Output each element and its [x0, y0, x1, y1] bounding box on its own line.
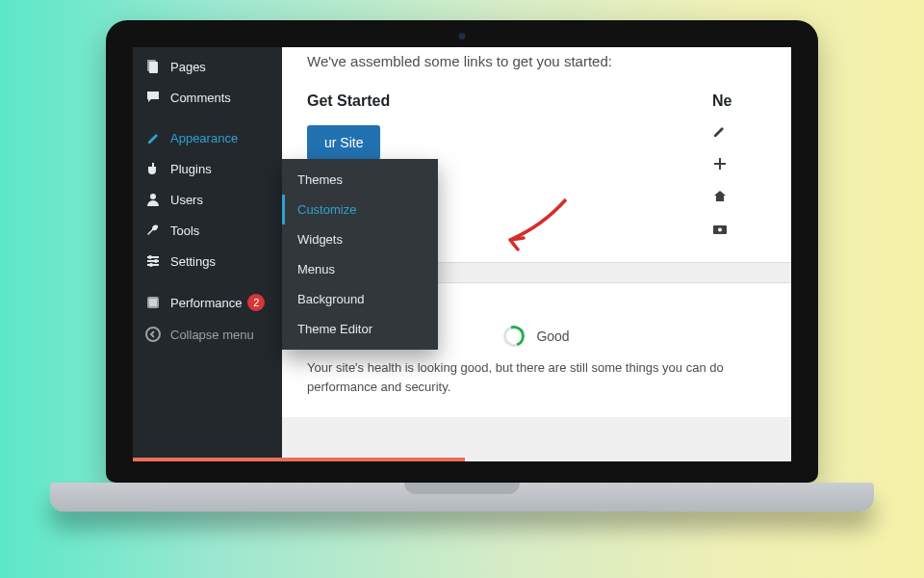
welcome-lead-text: We've assembled some links to get you st… — [307, 53, 766, 69]
laptop-base — [50, 483, 874, 512]
site-health-status-label: Good — [536, 328, 569, 344]
customize-site-button[interactable]: ur Site — [307, 125, 380, 160]
sidebar-item-label: Tools — [170, 223, 199, 238]
svg-point-8 — [149, 263, 153, 267]
bottom-accent-bar — [133, 458, 465, 461]
sidebar-item-settings[interactable]: Settings — [133, 246, 282, 276]
camera — [459, 33, 466, 39]
edit-icon[interactable] — [712, 123, 730, 141]
sidebar-item-label: Performance — [170, 296, 242, 310]
next-steps-list — [712, 123, 766, 239]
sidebar-item-label: Plugins — [170, 162, 212, 176]
tools-icon — [144, 223, 162, 238]
sidebar-item-label: Pages — [170, 60, 206, 74]
sidebar-item-label: Settings — [170, 254, 216, 269]
sidebar-item-label: Comments — [170, 91, 231, 105]
submenu-item-themes[interactable]: Themes — [282, 165, 438, 195]
appearance-submenu: Themes Customize Widgets Menus Backgroun… — [282, 159, 438, 350]
sidebar-item-appearance[interactable]: Appearance — [133, 122, 282, 153]
comments-icon — [144, 90, 162, 105]
submenu-item-customize[interactable]: Customize — [282, 195, 438, 224]
sidebar-item-label: Collapse menu — [170, 328, 254, 342]
admin-sidebar: Pages Comments Appearance — [133, 47, 282, 461]
sidebar-item-users[interactable]: Users — [133, 184, 282, 215]
svg-rect-1 — [149, 62, 158, 73]
sidebar-item-plugins[interactable]: Plugins — [133, 153, 282, 184]
sidebar-item-label: Users — [170, 193, 203, 207]
settings-icon — [144, 253, 162, 269]
svg-point-7 — [154, 259, 158, 263]
svg-point-11 — [146, 328, 160, 341]
screen-bezel: Pages Comments Appearance — [106, 20, 818, 483]
users-icon — [144, 192, 162, 207]
laptop-notch — [404, 483, 520, 494]
sidebar-item-performance[interactable]: Performance 2 — [133, 286, 282, 319]
submenu-item-background[interactable]: Background — [282, 284, 438, 314]
svg-point-13 — [718, 228, 722, 232]
view-icon[interactable] — [712, 222, 730, 239]
laptop-frame: Pages Comments Appearance — [106, 20, 818, 512]
submenu-item-theme-editor[interactable]: Theme Editor — [282, 314, 438, 344]
appearance-icon — [144, 130, 162, 145]
pages-icon — [144, 59, 162, 74]
sidebar-item-pages[interactable]: Pages — [133, 51, 282, 82]
svg-rect-10 — [149, 299, 157, 306]
screen: Pages Comments Appearance — [133, 47, 791, 461]
sidebar-item-label: Appearance — [170, 131, 238, 145]
svg-point-2 — [150, 194, 156, 199]
next-steps-heading: Ne — [712, 92, 766, 110]
sidebar-item-tools[interactable]: Tools — [133, 215, 282, 246]
get-started-heading: Get Started — [307, 92, 712, 110]
performance-badge: 2 — [247, 294, 265, 311]
home-icon[interactable] — [712, 189, 730, 206]
plugins-icon — [144, 161, 162, 176]
submenu-item-widgets[interactable]: Widgets — [282, 224, 438, 254]
collapse-icon — [144, 327, 162, 342]
sidebar-item-comments[interactable]: Comments — [133, 82, 282, 113]
site-health-description: Your site's health is looking good, but … — [307, 358, 766, 396]
add-icon[interactable] — [712, 156, 730, 173]
health-ring-icon — [500, 322, 528, 350]
sidebar-item-collapse[interactable]: Collapse menu — [133, 319, 282, 350]
performance-icon — [144, 295, 162, 310]
submenu-item-menus[interactable]: Menus — [282, 254, 438, 284]
svg-point-6 — [148, 255, 152, 259]
